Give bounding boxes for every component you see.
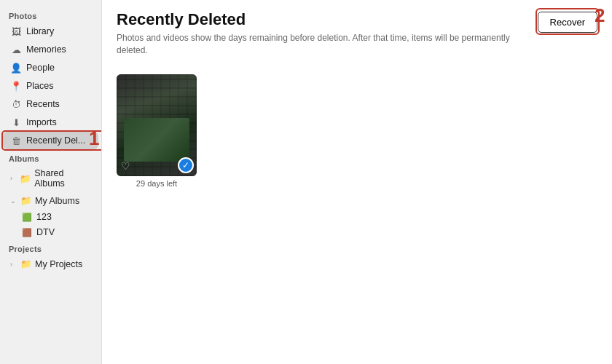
my-projects-icon: 📁 bbox=[20, 258, 32, 269]
library-icon: 🖼 bbox=[10, 25, 22, 37]
page-subtitle: Photos and videos show the days remainin… bbox=[117, 32, 538, 57]
projects-section-label: Projects bbox=[0, 240, 101, 255]
header-left: Recently Deleted Photos and videos show … bbox=[117, 10, 538, 57]
photos-section-label: Photos bbox=[0, 7, 101, 22]
main-header: Recently Deleted Photos and videos show … bbox=[102, 0, 612, 64]
recover-button-wrapper: Recover bbox=[538, 10, 597, 33]
photo-grid-container: ♡ ✓ 29 days left bbox=[102, 64, 612, 364]
sidebar-item-imports[interactable]: ⬇ Imports bbox=[3, 114, 98, 131]
people-icon: 👤 bbox=[10, 62, 22, 74]
sidebar: Photos 🖼 Library ☁ Memories 👤 People 📍 P… bbox=[0, 0, 102, 364]
sidebar-item-people[interactable]: 👤 People bbox=[3, 59, 98, 76]
memories-icon: ☁ bbox=[10, 44, 22, 55]
sidebar-item-label: Places bbox=[26, 81, 91, 91]
sidebar-item-label: Recents bbox=[26, 99, 91, 109]
sidebar-item-memories[interactable]: ☁ Memories bbox=[3, 41, 98, 58]
albums-section-label: Albums bbox=[0, 150, 101, 165]
sidebar-item-library[interactable]: 🖼 Library bbox=[3, 23, 98, 40]
album-dtv-icon: 🟫 bbox=[22, 228, 32, 237]
sidebar-group-my-projects[interactable]: › 📁 My Projects bbox=[3, 256, 98, 272]
sidebar-item-places[interactable]: 📍 Places bbox=[3, 77, 98, 95]
sidebar-item-recents[interactable]: ⏱ Recents bbox=[3, 95, 98, 113]
photo-grid: ♡ ✓ 29 days left bbox=[117, 74, 597, 188]
album-123-icon: 🟩 bbox=[22, 213, 32, 222]
album-123-label: 123 bbox=[36, 212, 52, 222]
sidebar-item-label: Recently Del... bbox=[26, 135, 91, 146]
sidebar-item-album-dtv[interactable]: 🟫 DTV bbox=[3, 225, 98, 240]
recover-button[interactable]: Recover bbox=[538, 12, 597, 33]
sidebar-item-album-123[interactable]: 🟩 123 bbox=[3, 210, 98, 224]
trash-icon: 🗑 bbox=[10, 135, 22, 146]
recents-icon: ⏱ bbox=[10, 98, 22, 110]
photo-item: ♡ ✓ 29 days left bbox=[117, 74, 197, 188]
sidebar-item-label: Library bbox=[26, 26, 91, 36]
page-title: Recently Deleted bbox=[117, 10, 538, 29]
places-icon: 📍 bbox=[10, 80, 22, 92]
photo-thumbnail[interactable]: ♡ ✓ bbox=[117, 74, 197, 176]
shared-albums-label: Shared Albums bbox=[34, 168, 91, 189]
sidebar-item-label: Memories bbox=[26, 44, 91, 55]
heart-icon: ♡ bbox=[121, 160, 130, 172]
sidebar-group-my-albums[interactable]: ⌄ 📁 My Albums bbox=[3, 192, 98, 209]
sidebar-item-label: Imports bbox=[26, 117, 91, 127]
chevron-right-icon: › bbox=[10, 261, 17, 268]
days-left-label: 29 days left bbox=[136, 179, 177, 188]
imports-icon: ⬇ bbox=[10, 116, 22, 128]
sidebar-item-label: People bbox=[26, 63, 91, 73]
album-dtv-label: DTV bbox=[36, 227, 55, 237]
my-projects-label: My Projects bbox=[35, 259, 82, 269]
chevron-down-icon: ⌄ bbox=[10, 197, 17, 205]
my-albums-icon: 📁 bbox=[20, 195, 32, 206]
sidebar-item-recently-deleted[interactable]: 🗑 Recently Del... bbox=[3, 132, 98, 149]
main-content-area: Recently Deleted Photos and videos show … bbox=[102, 0, 612, 364]
shared-albums-icon: 📁 bbox=[20, 173, 31, 184]
checkmark-icon: ✓ bbox=[178, 157, 194, 173]
my-albums-label: My Albums bbox=[35, 196, 79, 206]
sidebar-group-shared-albums[interactable]: › 📁 Shared Albums bbox=[3, 165, 98, 191]
chevron-right-icon: › bbox=[10, 175, 17, 182]
